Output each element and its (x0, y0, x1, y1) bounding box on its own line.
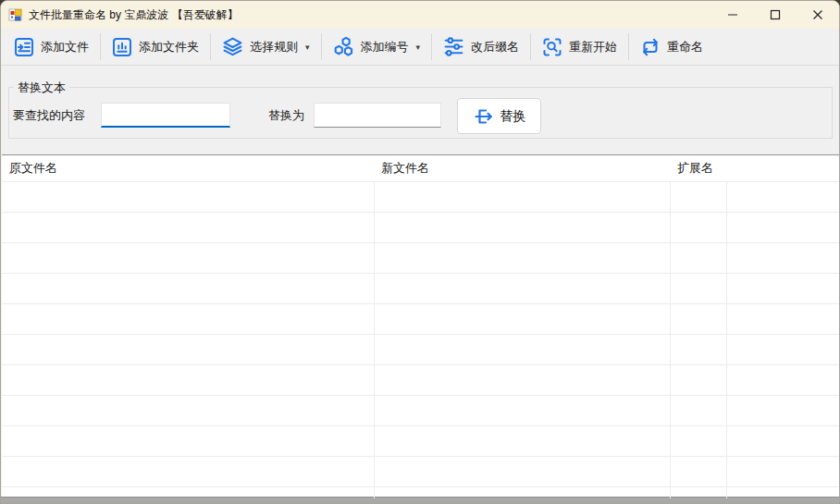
replace-with-label: 替换为 (268, 103, 304, 128)
column-header-new-name[interactable]: 新文件名 (374, 155, 670, 181)
rename-icon (640, 37, 661, 57)
maximize-button[interactable] (754, 1, 797, 29)
app-icon (8, 7, 23, 22)
toolbar-separator (431, 33, 432, 60)
toolbar-button-label: 改后缀名 (471, 39, 519, 55)
find-label: 要查找的内容 (13, 103, 85, 128)
table-row[interactable] (2, 457, 840, 487)
restart-button[interactable]: 重新开始 (534, 32, 625, 62)
column-divider[interactable] (374, 155, 375, 498)
replace-button[interactable]: 替换 (457, 98, 541, 134)
toolbar-button-label: 重命名 (667, 39, 703, 55)
toolbar-button-label: 添加文件夹 (139, 39, 199, 55)
groupbox-title: 替换文本 (14, 80, 69, 96)
add-folder-icon (112, 37, 132, 57)
table-row[interactable] (2, 274, 840, 304)
file-table: 原文件名 新文件名 扩展名 (2, 154, 840, 498)
add-file-button[interactable]: 添加文件 (6, 32, 97, 62)
rename-button[interactable]: 重命名 (632, 32, 711, 62)
replace-text-groupbox: 替换文本 要查找的内容 替换为 替换 (8, 87, 833, 139)
table-body[interactable] (2, 182, 840, 498)
table-row[interactable] (2, 304, 840, 335)
find-input[interactable] (101, 103, 230, 128)
select-rule-icon (222, 36, 243, 57)
app-window: 文件批量重命名 by 宝鼎波波 【吾爱破解】 添加文件 (0, 0, 840, 504)
add-file-icon (14, 37, 34, 57)
add-number-button[interactable]: 添加编号 ▾ (325, 32, 429, 62)
window-controls (711, 1, 839, 29)
toolbar-button-label: 添加编号 (361, 39, 409, 55)
toolbar-button-label: 选择规则 (250, 39, 298, 55)
toolbar-separator (628, 33, 629, 60)
table-row[interactable] (2, 213, 840, 243)
table-row[interactable] (2, 182, 840, 213)
toolbar-button-label: 添加文件 (41, 39, 89, 55)
replace-with-input[interactable] (314, 103, 441, 128)
select-rule-button[interactable]: 选择规则 ▾ (214, 32, 318, 62)
toolbar-separator (100, 33, 101, 60)
table-header: 原文件名 新文件名 扩展名 (2, 155, 840, 182)
column-divider[interactable] (670, 155, 671, 498)
minimize-icon (727, 9, 738, 20)
toolbar-separator (530, 33, 531, 60)
close-icon (812, 9, 823, 20)
titlebar: 文件批量重命名 by 宝鼎波波 【吾爱破解】 (1, 1, 839, 29)
minimize-button[interactable] (711, 1, 754, 29)
close-button[interactable] (797, 1, 839, 29)
table-row[interactable] (2, 426, 840, 457)
column-header-blank (726, 155, 840, 181)
table-row[interactable] (2, 396, 840, 426)
table-row[interactable] (2, 243, 840, 274)
chevron-down-icon: ▾ (305, 43, 310, 52)
change-extension-icon (443, 36, 464, 57)
chevron-down-icon: ▾ (416, 43, 421, 52)
change-extension-button[interactable]: 改后缀名 (435, 32, 527, 62)
table-row[interactable] (2, 335, 840, 365)
toolbar-button-label: 重新开始 (569, 39, 617, 55)
toolbar-separator (321, 33, 322, 60)
replace-icon (473, 105, 495, 128)
column-header-original-name[interactable]: 原文件名 (2, 155, 374, 181)
column-divider[interactable] (726, 155, 727, 498)
add-number-icon (333, 36, 354, 57)
maximize-icon (770, 9, 781, 20)
window-title: 文件批量重命名 by 宝鼎波波 【吾爱破解】 (29, 7, 239, 23)
restart-icon (542, 37, 562, 57)
replace-button-label: 替换 (500, 108, 526, 125)
add-folder-button[interactable]: 添加文件夹 (104, 32, 207, 62)
table-row[interactable] (2, 365, 840, 396)
window-bottom-edge[interactable] (1, 497, 839, 503)
toolbar-separator (210, 33, 211, 60)
toolbar: 添加文件 添加文件夹 选择规则 ▾ (1, 29, 839, 66)
column-header-extension[interactable]: 扩展名 (670, 155, 726, 181)
